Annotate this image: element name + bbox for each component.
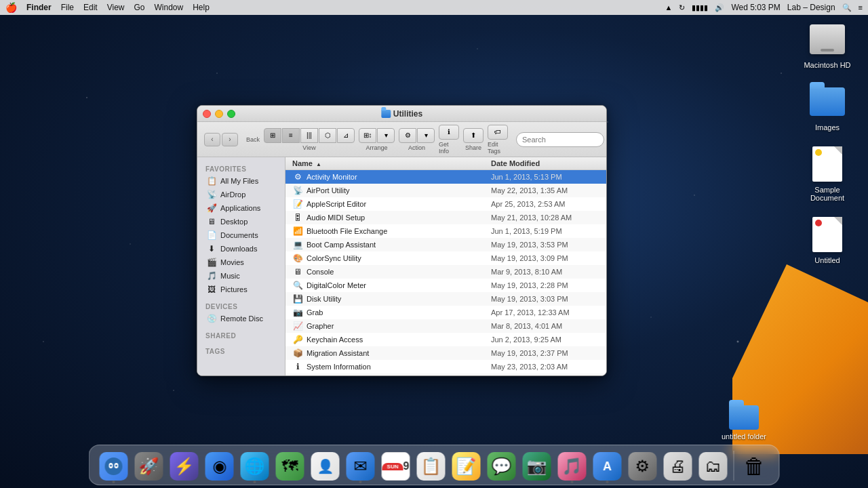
file-icon: 🎛 xyxy=(292,212,303,223)
list-icon[interactable]: ≡ xyxy=(859,3,863,12)
list-view-btn[interactable]: ≡ xyxy=(282,128,300,143)
apple-menu[interactable]: 🍎 xyxy=(5,2,17,13)
file-row[interactable]: 📶 Bluetooth File Exchange Jun 1, 2013, 5… xyxy=(285,224,606,238)
dock-launchpad[interactable]: 🚀 xyxy=(133,448,165,481)
mail-dock-icon: ✉ xyxy=(347,452,375,481)
getinfo-btn[interactable]: ℹ xyxy=(439,125,459,140)
file-row[interactable]: 📈 Grapher Mar 8, 2013, 4:01 AM xyxy=(285,319,606,333)
menu-go[interactable]: Go xyxy=(134,3,145,12)
file-row[interactable]: 🔍 DigitalColor Meter May 19, 2013, 2:28 … xyxy=(285,279,606,292)
view-label: View xyxy=(302,144,315,151)
column-view-btn[interactable]: ||| xyxy=(300,128,318,143)
dock-appstore[interactable]: A xyxy=(591,448,624,481)
file-row[interactable]: 🖥 Console Mar 9, 2013, 8:10 AM xyxy=(285,265,606,279)
file-row[interactable]: 📝 AppleScript Editor Apr 25, 2013, 2:53 … xyxy=(285,197,606,211)
sidebar-item-all-my-files[interactable]: 📋 All My Files xyxy=(200,174,282,188)
search-input[interactable] xyxy=(516,132,604,147)
file-row[interactable]: 📡 AirPort Utility May 22, 2013, 1:35 AM xyxy=(285,184,606,197)
sidebar-item-applications[interactable]: 🚀 Applications xyxy=(200,201,282,215)
battery-icon[interactable]: ▮▮▮▮ xyxy=(692,3,708,12)
file-name: Grab xyxy=(307,308,323,317)
sidebar-item-downloads[interactable]: ⬇ Downloads xyxy=(200,242,282,256)
dock-trash[interactable]: 🗑 xyxy=(738,448,771,481)
file-row[interactable]: 📦 Migration Assistant May 19, 2013, 2:37… xyxy=(285,346,606,360)
sidebar-item-remote-disc[interactable]: 💿 Remote Disc xyxy=(200,312,282,325)
dock-contacts[interactable]: 👤 xyxy=(309,448,342,481)
file-row[interactable]: 🎛 Audio MIDI Setup May 21, 2013, 10:28 A… xyxy=(285,211,606,224)
menu-view[interactable]: View xyxy=(107,3,125,12)
untitled-folder-icon[interactable]: untitled folder xyxy=(722,405,766,441)
dock-reminders[interactable]: 📋 xyxy=(415,448,448,481)
tags-section-title: TAGS xyxy=(197,345,285,357)
edittags-btn[interactable]: 🏷 xyxy=(488,125,508,140)
menu-edit[interactable]: Edit xyxy=(83,3,98,12)
file-date: May 19, 2013, 3:09 PM xyxy=(491,254,599,262)
file-row[interactable]: ℹ System Information May 23, 2013, 2:03 … xyxy=(285,360,606,373)
untitled-doc-icon[interactable]: Untitled xyxy=(800,216,854,264)
maps-dock-icon: 🗺 xyxy=(276,452,304,481)
maximize-button[interactable] xyxy=(227,110,235,118)
dock-calendar[interactable]: SUN 9 xyxy=(380,448,412,481)
action-dropdown-btn[interactable]: ▾ xyxy=(417,128,435,143)
volume-icon[interactable]: 🔊 xyxy=(715,3,724,12)
sidebar-item-desktop[interactable]: 🖥 Desktop xyxy=(200,215,282,228)
svg-point-3 xyxy=(110,465,112,467)
file-row[interactable]: 📷 Grab Apr 17, 2013, 12:33 AM xyxy=(285,306,606,319)
file-icon: 📶 xyxy=(292,226,303,237)
dock-misc[interactable]: 🗂 xyxy=(697,448,730,481)
dock-messages[interactable]: 💬 xyxy=(486,448,518,481)
wifi-icon[interactable]: ▲ xyxy=(665,3,672,12)
missioncontrol-dock-icon: ⚡ xyxy=(170,452,199,481)
dock-dashboard[interactable]: ◉ xyxy=(203,448,236,481)
menu-window[interactable]: Window xyxy=(155,3,184,12)
col-date-header[interactable]: Date Modified xyxy=(491,159,599,167)
timemachine-icon[interactable]: ↻ xyxy=(679,3,685,12)
share-btn[interactable]: ⬆ xyxy=(463,128,484,143)
file-name: Grapher xyxy=(307,322,334,330)
file-date: May 19, 2013, 2:28 PM xyxy=(491,281,599,289)
arrange-btn[interactable]: ⊞↕ xyxy=(359,128,376,143)
dock-finder[interactable] xyxy=(98,448,130,481)
images-folder-icon[interactable]: Images xyxy=(800,83,854,131)
macintosh-hd-icon[interactable]: Macintosh HD xyxy=(800,20,854,69)
col-name-header[interactable]: Name ▲ xyxy=(292,159,491,167)
close-button[interactable] xyxy=(203,110,211,118)
arrange-dropdown-btn[interactable]: ▾ xyxy=(377,128,395,143)
back-button[interactable]: ‹ xyxy=(204,133,220,146)
dock-itunes[interactable]: 🎵 xyxy=(556,448,589,481)
dock-safari[interactable]: 🌐 xyxy=(239,448,271,481)
file-row[interactable]: 💾 Disk Utility May 19, 2013, 3:03 PM xyxy=(285,292,606,306)
sidebar-item-pictures[interactable]: 🖼 Pictures xyxy=(200,283,282,296)
dock-maps[interactable]: 🗺 xyxy=(274,448,307,481)
menu-finder[interactable]: Finder xyxy=(26,3,52,12)
sidebar-item-movies[interactable]: 🎬 Movies xyxy=(200,256,282,269)
file-row[interactable]: 💻 Boot Camp Assistant May 19, 2013, 3:53… xyxy=(285,238,606,251)
file-row[interactable]: ⬛ Terminal May 24, 2013, 1:12 PM xyxy=(285,373,606,375)
dock-mail[interactable]: ✉ xyxy=(344,448,377,481)
share-group: ⬆ Share xyxy=(463,128,484,151)
dock-printer[interactable]: 🖨 xyxy=(662,448,694,481)
forward-button[interactable]: › xyxy=(222,133,238,146)
minimize-button[interactable] xyxy=(215,110,223,118)
icon-view-btn[interactable]: ⊞ xyxy=(264,128,281,143)
sample-document-icon[interactable]: Sample Document xyxy=(800,145,854,202)
menu-help[interactable]: Help xyxy=(193,3,210,12)
action-btn[interactable]: ⚙ xyxy=(399,128,416,143)
downloads-label: Downloads xyxy=(220,245,257,253)
file-row[interactable]: 🔑 Keychain Access Jun 2, 2013, 9:25 AM xyxy=(285,333,606,346)
menu-file[interactable]: File xyxy=(61,3,74,12)
sidebar-item-music[interactable]: 🎵 Music xyxy=(200,269,282,283)
file-icon: 🎨 xyxy=(292,253,303,264)
file-date: May 21, 2013, 10:28 AM xyxy=(491,214,599,222)
dock-notes[interactable]: 📝 xyxy=(450,448,483,481)
coverflow-btn[interactable]: ⊿ xyxy=(337,128,355,143)
sidebar-item-airdrop[interactable]: 📡 AirDrop xyxy=(200,188,282,201)
sidebar-item-documents[interactable]: 📄 Documents xyxy=(200,228,282,242)
dock-sysprefs[interactable]: ⚙ xyxy=(627,448,659,481)
spotlight-icon[interactable]: 🔍 xyxy=(842,3,852,12)
dock-facetime[interactable]: 📷 xyxy=(521,448,553,481)
file-row[interactable]: 🎨 ColorSync Utility May 19, 2013, 3:09 P… xyxy=(285,251,606,265)
file-row[interactable]: ⚙ Activity Monitor Jun 1, 2013, 5:13 PM xyxy=(285,170,606,184)
dock-missioncontrol[interactable]: ⚡ xyxy=(168,448,201,481)
cover-view-btn[interactable]: ⬡ xyxy=(319,128,336,143)
